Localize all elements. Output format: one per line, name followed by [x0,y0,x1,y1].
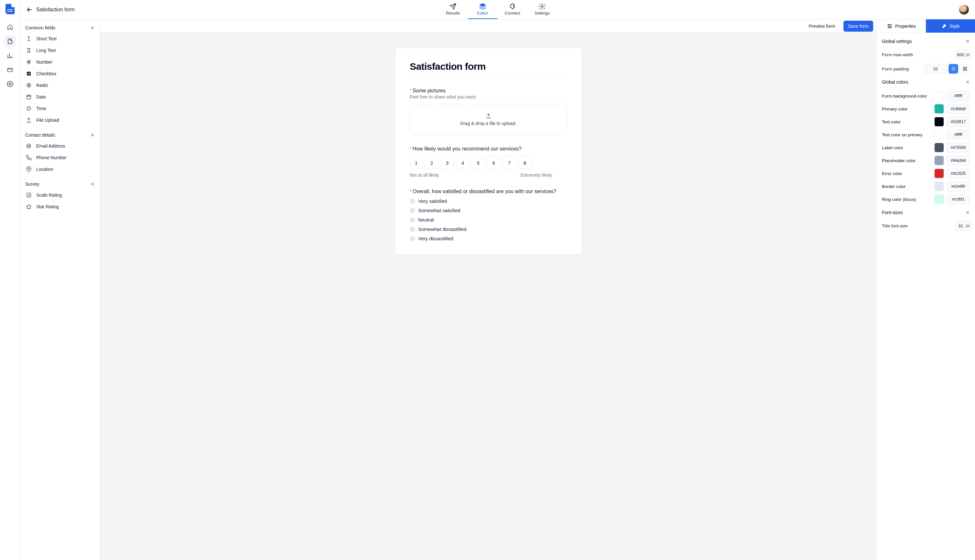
tab-properties[interactable]: Properties [877,19,926,33]
upload-dropzone[interactable]: Drag & drop a file to upload. [410,104,567,135]
scale-option[interactable]: 4 [457,156,469,169]
tab-settings[interactable]: Settings [527,0,557,19]
close-icon[interactable] [965,80,970,84]
radio-dot-icon [410,217,415,223]
field-email[interactable]: Email Address [24,140,96,152]
nav-billing[interactable] [4,64,16,75]
radio-option[interactable]: Neutral [410,217,567,223]
color-swatch[interactable] [934,104,944,114]
hex-input[interactable] [947,143,970,152]
scale-option[interactable]: 7 [503,156,516,169]
color-swatch[interactable] [934,182,944,191]
field-label: Star Rating [36,204,59,209]
color-label: Ring color (focus) [882,197,916,202]
close-icon[interactable] [965,210,970,215]
scale-option[interactable]: 2 [425,156,438,169]
required-indicator: * [410,189,411,193]
color-swatch[interactable] [934,168,944,178]
field-phone[interactable]: Phone Number [24,152,96,163]
tab-results[interactable]: Results [438,0,468,19]
close-icon[interactable] [90,25,95,30]
sliders-icon [887,23,893,29]
hex-input[interactable] [947,91,970,101]
nav-analytics[interactable] [4,50,16,62]
option-label: Neutral [418,217,434,223]
field-file-upload[interactable]: File Upload [24,114,96,126]
back-arrow-icon[interactable] [26,6,33,13]
nav-forms[interactable] [4,35,16,47]
right-panel: Properties Style Global settings [876,19,975,560]
field-short-text[interactable]: Short Text [24,33,96,45]
save-button[interactable]: Save form [843,21,873,32]
field-time[interactable]: Time [24,103,96,114]
section-header[interactable]: Font-sizes [882,208,970,218]
close-icon[interactable] [965,39,970,43]
group-title: Common fields [25,25,55,30]
field-long-text[interactable]: Long Text [24,45,96,56]
group-header[interactable]: Survey [24,180,96,189]
tab-style[interactable]: Style [926,19,975,33]
fields-sidebar: Common fields Short Text Long Text Numbe… [20,19,100,560]
radio-option[interactable]: Somewhat satisfied [410,208,567,213]
section-header[interactable]: Global settings [882,37,970,47]
section-header[interactable]: Global colors [882,78,970,88]
field-checkbox[interactable]: Checkbox [24,68,96,80]
scale-option[interactable]: 5 [472,156,485,169]
radio-option[interactable]: Very satisfied [410,198,567,204]
svg-rect-0 [7,68,12,72]
upload-icon [26,117,32,123]
radio-option[interactable]: Very dissastified [410,236,567,241]
padding-unlinked-button[interactable] [960,64,970,73]
color-row: Border color [882,182,970,191]
padding-linked-button[interactable] [948,64,958,73]
scale-option[interactable]: 1 [410,156,423,169]
hex-input[interactable] [947,130,970,140]
group-header[interactable]: Contact details [24,131,96,140]
app-logo[interactable] [5,4,15,14]
field-scale-rating[interactable]: Scale Rating [24,189,96,201]
upload-hint: Drag & drop a file to upload. [460,121,516,126]
avatar[interactable] [959,5,969,15]
hex-input[interactable] [947,182,970,191]
field-location[interactable]: Location [24,163,96,175]
scale-option[interactable]: 6 [487,156,500,169]
upload-icon [485,113,492,119]
hex-input[interactable] [947,194,970,204]
form-title[interactable]: Satisfaction form [410,61,567,77]
hex-input[interactable] [947,156,970,165]
radio-option[interactable]: Somewhat dissastified [410,227,567,232]
nav-home[interactable] [4,21,16,33]
field-radio[interactable]: Radio [24,80,96,91]
checkbox-icon [26,71,32,77]
hex-input[interactable] [947,117,970,127]
field-date[interactable]: Date [24,91,96,103]
pin-icon [26,166,32,172]
close-icon[interactable] [90,182,95,186]
section-title: Global colors [882,80,908,85]
color-swatch[interactable] [934,194,944,204]
group-header[interactable]: Common fields [24,24,96,33]
color-swatch[interactable] [934,143,944,152]
preview-button[interactable]: Preview form [804,21,840,32]
question-recommend[interactable]: *How likely would you recommend our serv… [410,146,567,178]
tab-connect[interactable]: Connect [498,0,527,19]
tab-editor[interactable]: Editor [468,0,498,19]
field-star-rating[interactable]: Star Rating [24,201,96,213]
tab-label: Connect [505,11,520,15]
color-swatch[interactable] [934,156,944,165]
color-swatch[interactable] [934,117,944,127]
hex-input[interactable] [947,104,970,114]
field-number[interactable]: Number [24,56,96,68]
nav-settings[interactable] [4,78,16,90]
color-swatch[interactable] [934,91,944,101]
scale-option[interactable]: 8 [518,156,532,169]
padding-input[interactable] [925,64,947,73]
question-pictures[interactable]: *Some pictures Feel free to share what y… [410,88,567,135]
svg-point-1 [9,83,11,85]
scale-option[interactable]: 3 [441,156,454,169]
close-icon[interactable] [90,133,95,137]
color-swatch[interactable] [934,130,944,140]
question-satisfaction[interactable]: *Overall, how satisfied or dissastified … [410,188,567,241]
hex-input[interactable] [947,168,970,178]
field-label: Radio [36,83,48,88]
